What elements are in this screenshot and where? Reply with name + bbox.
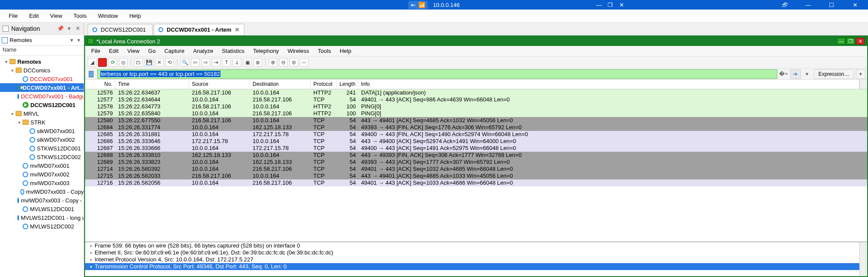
tree-node[interactable]: stkWD07xx001 [0,127,84,135]
close-tab-icon[interactable]: ✕ [235,26,240,33]
bookmark-icon[interactable] [87,71,95,78]
ws-menu-item[interactable]: Telephony [249,47,283,55]
col-info[interactable]: Info [358,80,859,89]
outer-close-icon[interactable]: ✕ [847,0,863,9]
tree-node[interactable]: DCCWS12DC001 [0,101,84,109]
nav-tree[interactable]: ▾Remotes▾DCComicsDCCWD07xx001DCCWD07xx00… [0,55,84,277]
packet-list-body[interactable]: 1257615:26:22.634637216.58.217.10610.0.0… [85,89,867,241]
packet-row[interactable]: 1268515:26:26.33188110.0.0.164172.217.15… [85,131,867,138]
document-tab[interactable]: DCCWD07xx001 - Artem✕ [154,24,244,35]
detail-line[interactable]: ▸Frame 539: 66 bytes on wire (528 bits),… [85,242,867,249]
tree-node[interactable]: ▾Remotes [0,57,84,66]
expander-icon[interactable]: ▾ [10,111,15,116]
menu-file[interactable]: File [3,11,23,21]
expander-icon[interactable]: ▾ [16,120,22,125]
ws-menu-item[interactable]: Wireless [283,47,313,55]
col-time[interactable]: Time [115,80,189,89]
close-icon[interactable]: ✕ [618,1,625,8]
save-icon[interactable]: 💾 [145,58,153,67]
start-capture-icon[interactable]: ◢ [88,58,96,67]
packet-row[interactable]: 1268815:26:26.333810162.125.18.13310.0.0… [85,152,867,159]
nav-combo[interactable]: Remotes ▾ ▾ [0,35,84,46]
col-src[interactable]: Source [189,80,250,89]
pin-icon[interactable]: 📌 [57,25,64,32]
restore-icon[interactable]: 🗗 [777,0,792,9]
back-icon[interactable]: ⇦ [191,58,200,67]
options-icon[interactable]: ◎ [119,58,128,67]
expander-icon[interactable]: ▾ [3,59,9,64]
detail-line[interactable]: ▸Internet Protocol Version 4, Src: 10.0.… [85,256,867,263]
restart-capture-icon[interactable]: ⟳ [108,58,117,67]
tree-node[interactable]: mvlWD07xx003 - Copy - ... [0,196,84,205]
packet-row[interactable]: 1271415:26:26.58039210.0.0.164216.58.217… [85,166,867,173]
tree-node[interactable]: mvlWD07xx001 [0,161,84,170]
packet-row[interactable]: 1268715:26:26.33366610.0.0.164172.217.15… [85,145,867,152]
detail-line[interactable]: ▸Transmission Control Protocol, Src Port… [85,263,867,270]
chevron-down-icon[interactable]: ▾ [66,25,72,32]
menu-help[interactable]: Help [124,11,146,21]
find-icon[interactable]: 🔍 [181,58,189,67]
ws-menu-item[interactable]: File [87,47,105,55]
col-len[interactable]: Length [337,80,358,89]
clear-filter-icon[interactable]: �× [779,69,789,79]
ws-menu-item[interactable]: Edit [105,47,123,55]
zoom-reset-icon[interactable]: ⊜ [289,58,298,67]
first-icon[interactable]: ⤒ [222,58,231,67]
tree-node[interactable]: DCCWD07xx001 [0,75,84,83]
titlebar-tabs[interactable]: ⇤ 📶 [408,1,428,9]
forward-icon[interactable]: ⇨ [201,58,210,67]
ws-minimize-icon[interactable]: — [837,38,845,45]
ws-close-icon[interactable]: ✕ [856,38,865,45]
ws-menu-item[interactable]: View [123,47,144,55]
chevron-down-icon[interactable]: ▾ [68,37,75,43]
tree-node[interactable]: ▾DCComics [0,66,84,75]
expander-icon[interactable]: ▾ [10,68,15,73]
reload-icon[interactable]: ⟲ [165,58,174,67]
expander-icon[interactable]: ▸ [90,256,95,263]
autoscroll-icon[interactable]: ▣ [243,58,252,67]
tree-node[interactable]: MVLWS12DC002 [0,222,84,231]
packet-row[interactable]: 1257815:26:22.634773216.58.217.10610.0.0… [85,103,867,110]
tree-node[interactable]: DCCWD07xx001 - Badgu... [0,92,84,101]
detail-line[interactable]: ▸Ethernet II, Src: 0e:60:bf:c9:e6:1e (0e… [85,249,867,256]
packet-row[interactable]: 1268415:26:26.33177410.0.0.164162.125.18… [85,124,867,131]
tree-node[interactable]: DCCWD07xx001 - Art... [0,83,84,92]
recent-filter-icon[interactable]: ▾ [802,69,812,79]
open-icon[interactable]: 🗀 [134,58,143,67]
col-proto[interactable]: Protocol [311,80,337,89]
ws-menu-item[interactable]: Tools [313,47,335,55]
pin-icon[interactable]: ⇤ [411,2,416,8]
document-tab[interactable]: DCCWS12DC001 [88,24,153,35]
apply-filter-icon[interactable]: ➔ [790,69,801,79]
packet-details[interactable]: ▸Frame 539: 66 bytes on wire (528 bits),… [85,241,867,276]
close-file-icon[interactable]: ✕ [155,58,164,67]
packet-row[interactable]: 1257615:26:22.634637216.58.217.10610.0.0… [85,89,867,96]
zoom-out-icon[interactable]: ⊖ [279,58,288,67]
ws-menu-item[interactable]: Go [144,47,160,55]
scrollbar[interactable] [859,242,867,276]
ws-menu-item[interactable]: Capture [160,47,189,55]
scrollbar[interactable] [859,80,867,89]
tree-node[interactable]: STKWS12DC002 [0,153,84,161]
close-panel-icon[interactable]: ✕ [74,25,81,32]
tree-node[interactable]: ▾MRVL [0,109,84,118]
last-icon[interactable]: ⤓ [233,58,241,67]
tree-node[interactable]: MVLWS12DC001 - long user [0,213,84,222]
ws-menu-item[interactable]: Help [335,47,356,55]
goto-icon[interactable]: ⇥ [212,58,220,67]
packet-row[interactable]: 1268615:26:26.333646172.217.15.7810.0.0.… [85,138,867,145]
col-no[interactable]: No. [85,80,115,89]
packet-list[interactable]: No. Time Source Destination Protocol Len… [85,80,867,241]
ws-menu-item[interactable]: Analyze [189,47,217,55]
menu-window[interactable]: Window [93,11,123,21]
tree-node[interactable]: mvlWD07xx003 [0,179,84,187]
packet-row[interactable]: 1257715:26:22.63464410.0.0.164216.58.217… [85,96,867,103]
ws-maximize-icon[interactable]: ❐ [846,38,855,45]
chevron-down-icon[interactable]: ▾ [75,37,82,43]
menu-tools[interactable]: Tools [68,11,92,21]
expander-icon[interactable]: ▸ [90,263,95,270]
expander-icon[interactable]: ▸ [90,249,95,256]
col-dst[interactable]: Destination [250,80,311,89]
stop-capture-icon[interactable] [98,58,107,67]
tree-node[interactable]: STKWS12DC001 [0,144,84,153]
